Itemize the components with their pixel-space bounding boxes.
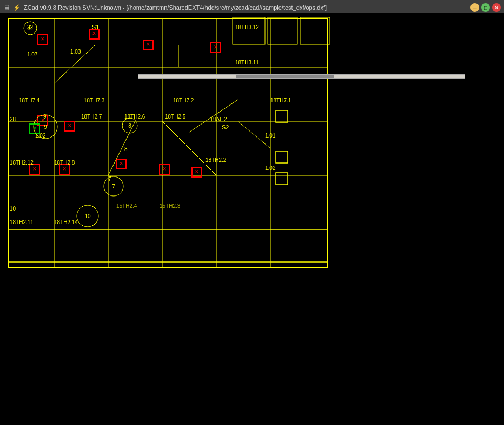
center-column: ops.dxf ✕ × bbox=[129, 58, 489, 372]
svg-text:×: × bbox=[195, 168, 198, 175]
window-title: ZCad v0.9.8 Revision SVN:Unknown - [/hom… bbox=[24, 4, 327, 11]
svg-text:18TH2.6: 18TH2.6 bbox=[129, 114, 145, 120]
svg-rect-67 bbox=[276, 173, 288, 185]
drawing-svg: × × × × × × × × × × bbox=[129, 58, 489, 372]
svg-text:S2: S2 bbox=[222, 124, 229, 130]
minimize-button[interactable]: ─ bbox=[470, 3, 479, 12]
scrollbar-thumb[interactable] bbox=[236, 75, 334, 78]
scrollbar-track[interactable] bbox=[138, 74, 465, 79]
svg-rect-65 bbox=[276, 110, 288, 122]
app-icon2: ⚡ bbox=[13, 4, 21, 11]
svg-text:1.01: 1.01 bbox=[265, 133, 276, 139]
canvas-area[interactable]: × × × × × × × × × × bbox=[129, 58, 489, 372]
window-controls: ─ □ ✕ bbox=[470, 3, 501, 12]
svg-text:15TH2.4: 15TH2.4 bbox=[129, 203, 137, 209]
svg-text:BIAL 2: BIAL 2 bbox=[211, 116, 227, 122]
svg-rect-66 bbox=[276, 151, 288, 163]
svg-text:×: × bbox=[162, 165, 166, 173]
svg-rect-0 bbox=[129, 58, 327, 267]
svg-line-75 bbox=[129, 121, 135, 175]
maximize-button[interactable]: □ bbox=[481, 3, 490, 12]
title-icons: 🖥 ⚡ bbox=[3, 3, 21, 12]
svg-rect-74 bbox=[129, 230, 327, 262]
svg-text:15TH2.3: 15TH2.3 bbox=[160, 203, 181, 209]
svg-text:18TH7.2: 18TH7.2 bbox=[173, 97, 194, 103]
svg-text:18TH3.11: 18TH3.11 bbox=[235, 60, 259, 66]
close-button[interactable]: ✕ bbox=[492, 3, 501, 12]
svg-text:18TH2.2: 18TH2.2 bbox=[205, 157, 227, 163]
svg-line-73 bbox=[189, 100, 238, 132]
svg-text:18TH2.5: 18TH2.5 bbox=[165, 114, 186, 120]
svg-text:18TH7.1: 18TH7.1 bbox=[270, 97, 291, 103]
app-icon: 🖥 bbox=[3, 3, 11, 12]
svg-text:8: 8 bbox=[129, 123, 131, 129]
svg-text:1.02: 1.02 bbox=[265, 165, 276, 171]
svg-line-76 bbox=[162, 121, 216, 175]
